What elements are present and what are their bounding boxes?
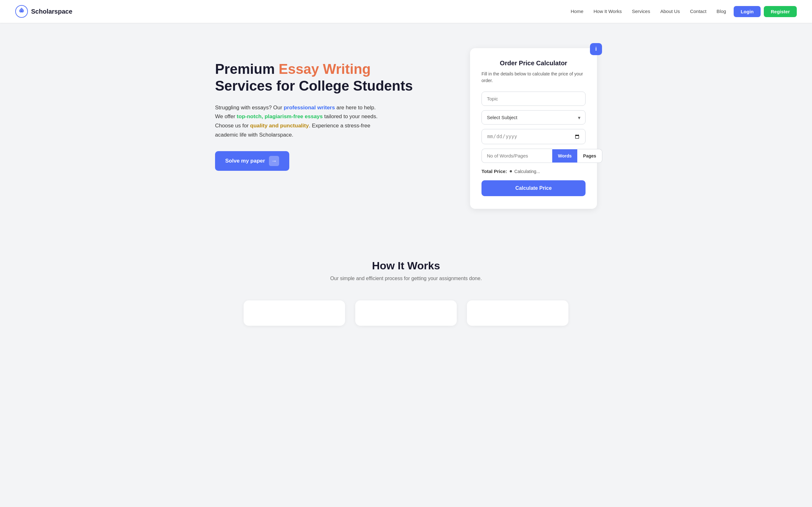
calculating-text: Calculating... [514,169,540,174]
solve-button-label: Solve my paper [225,158,265,164]
calculate-button[interactable]: Calculate Price [481,180,586,196]
navbar: Scholarspace Home How It Works Services … [0,0,812,23]
solve-button[interactable]: Solve my paper → [215,151,289,171]
topic-input[interactable] [481,92,586,106]
hero-desc-link3[interactable]: quality and punctuality [250,123,309,129]
svg-point-1 [20,10,22,12]
hero-desc-link2[interactable]: top-notch, plagiarism-free essays [237,113,322,119]
hero-title-part1: Premium [215,61,279,77]
hero-title: Premium Essay Writing Services for Colle… [215,61,455,95]
hero-content: Premium Essay Writing Services for Colle… [215,48,455,171]
nav-contact[interactable]: Contact [690,9,706,14]
hero-section: Premium Essay Writing Services for Colle… [0,23,812,234]
how-it-works-section: How It Works Our simple and efficient pr… [0,234,812,357]
nav-blog[interactable]: Blog [716,9,726,14]
login-button[interactable]: Login [734,6,761,17]
hero-title-highlight: Essay Writing [279,61,371,77]
words-toggle-button[interactable]: Words [552,149,577,163]
register-button[interactable]: Register [764,6,797,17]
nav-about-us[interactable]: About Us [660,9,680,14]
brand-logo[interactable]: Scholarspace [15,5,72,18]
total-price-label: Total Price: [481,169,507,174]
info-button[interactable]: i [590,43,602,55]
how-card-3 [467,300,568,326]
how-cards-container [216,300,596,326]
total-price-row: Total Price: Calculating... [481,169,586,174]
logo-icon [15,5,28,18]
hero-title-part2: Services for College Students [215,78,413,94]
words-pages-row: Words Pages [481,149,586,163]
brand-name: Scholarspace [31,8,72,15]
hero-desc-part1: Struggling with essays? Our [215,105,284,111]
arrow-icon: → [269,156,279,166]
pages-toggle-button[interactable]: Pages [577,149,602,163]
calculator-subtitle: Fill in the details below to calculate t… [481,71,586,84]
date-input[interactable] [481,129,586,144]
words-input[interactable] [481,149,552,163]
calculator-title: Order Price Calculator [481,60,586,67]
nav-links: Home How It Works Services About Us Cont… [571,9,726,14]
how-title: How It Works [15,260,797,272]
subject-select[interactable]: Select Subject Mathematics English Histo… [481,110,586,124]
dot-separator [510,170,512,172]
nav-home[interactable]: Home [571,9,583,14]
subject-select-wrapper: Select Subject Mathematics English Histo… [481,110,586,124]
how-card-1 [244,300,345,326]
nav-services[interactable]: Services [632,9,650,14]
how-card-2 [355,300,457,326]
hero-description: Struggling with essays? Our professional… [215,103,393,140]
calculator-card: i Order Price Calculator Fill in the det… [470,48,597,209]
nav-how-it-works[interactable]: How It Works [594,9,622,14]
how-subtitle: Our simple and efficient process for get… [15,276,797,281]
hero-desc-link1[interactable]: professional writers [284,105,335,111]
